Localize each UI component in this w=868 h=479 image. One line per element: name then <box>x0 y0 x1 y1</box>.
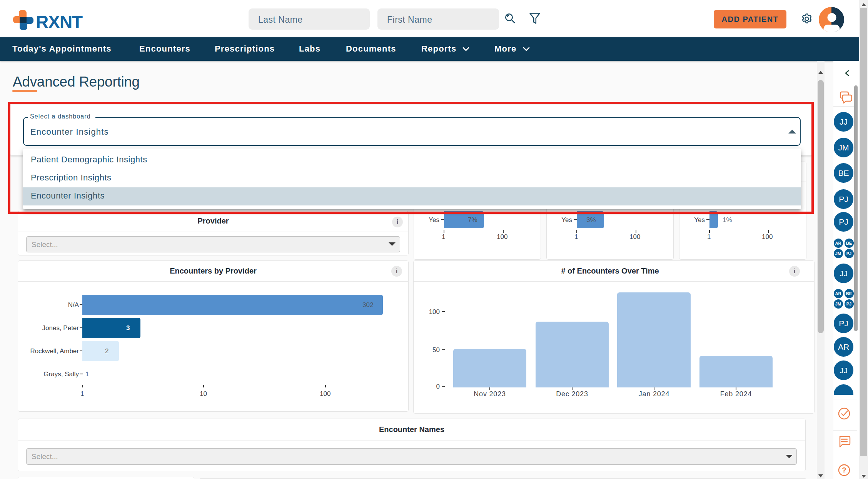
svg-text:RXNT: RXNT <box>36 12 83 31</box>
svg-text:?: ? <box>842 466 846 474</box>
